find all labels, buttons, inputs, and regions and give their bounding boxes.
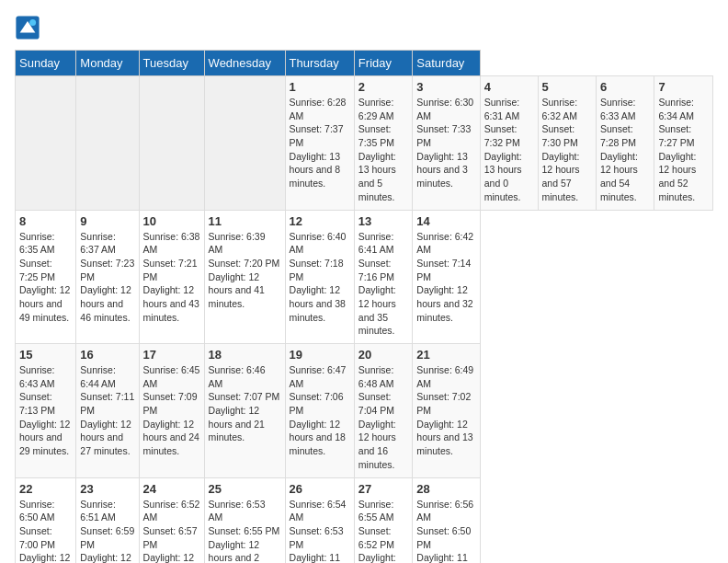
cell-info: Sunrise: 6:47 AMSunset: 7:06 PMDaylight:…	[290, 364, 347, 456]
calendar-cell: 23 Sunrise: 6:51 AMSunset: 6:59 PMDaylig…	[76, 477, 139, 563]
day-number: 10	[143, 214, 200, 228]
day-number: 21	[416, 348, 475, 362]
day-number: 23	[80, 482, 134, 496]
day-number: 1	[290, 80, 350, 94]
calendar-cell: 9 Sunrise: 6:37 AMSunset: 7:23 PMDayligh…	[76, 210, 139, 344]
day-number: 8	[19, 214, 72, 228]
cell-info: Sunrise: 6:41 AMSunset: 7:16 PMDaylight:…	[358, 231, 396, 337]
calendar-cell	[16, 76, 76, 211]
day-number: 18	[209, 348, 281, 362]
day-number: 15	[19, 348, 72, 362]
cell-info: Sunrise: 6:35 AMSunset: 7:25 PMDaylight:…	[19, 231, 70, 323]
logo-icon	[15, 15, 40, 40]
cell-info: Sunrise: 6:33 AMSunset: 7:28 PMDaylight:…	[600, 97, 638, 202]
cell-info: Sunrise: 6:32 AMSunset: 7:30 PMDaylight:…	[542, 97, 580, 202]
cell-info: Sunrise: 6:55 AMSunset: 6:52 PMDaylight:…	[358, 499, 396, 564]
calendar-cell	[139, 76, 204, 211]
day-number: 7	[658, 80, 709, 94]
day-number: 9	[80, 214, 134, 228]
day-number: 17	[143, 348, 200, 362]
calendar-cell: 27 Sunrise: 6:55 AMSunset: 6:52 PMDaylig…	[354, 477, 412, 563]
cell-info: Sunrise: 6:42 AMSunset: 7:14 PMDaylight:…	[416, 231, 473, 323]
day-number: 28	[416, 482, 475, 496]
cell-info: Sunrise: 6:30 AMSunset: 7:33 PMDaylight:…	[416, 97, 473, 189]
day-number: 27	[358, 482, 408, 496]
day-number: 11	[209, 214, 281, 228]
calendar-cell	[76, 76, 139, 211]
calendar-cell: 26 Sunrise: 6:54 AMSunset: 6:53 PMDaylig…	[285, 477, 354, 563]
day-number: 5	[542, 80, 592, 94]
calendar-cell: 14 Sunrise: 6:42 AMSunset: 7:14 PMDaylig…	[413, 210, 480, 344]
calendar-cell: 25 Sunrise: 6:53 AMSunset: 6:55 PMDaylig…	[204, 477, 285, 563]
cell-info: Sunrise: 6:29 AMSunset: 7:35 PMDaylight:…	[358, 97, 396, 202]
weekday-header: Monday	[76, 51, 139, 76]
calendar-cell: 10 Sunrise: 6:38 AMSunset: 7:21 PMDaylig…	[139, 210, 204, 344]
calendar-cell: 1 Sunrise: 6:28 AMSunset: 7:37 PMDayligh…	[285, 76, 354, 211]
calendar-cell: 24 Sunrise: 6:52 AMSunset: 6:57 PMDaylig…	[139, 477, 204, 563]
weekday-header: Wednesday	[204, 51, 285, 76]
calendar-header-row: SundayMondayTuesdayWednesdayThursdayFrid…	[16, 51, 713, 76]
day-number: 19	[290, 348, 350, 362]
calendar-cell: 19 Sunrise: 6:47 AMSunset: 7:06 PMDaylig…	[285, 344, 354, 478]
calendar-cell: 16 Sunrise: 6:44 AMSunset: 7:11 PMDaylig…	[76, 344, 139, 478]
cell-info: Sunrise: 6:40 AMSunset: 7:18 PMDaylight:…	[290, 231, 347, 323]
cell-info: Sunrise: 6:38 AMSunset: 7:21 PMDaylight:…	[143, 231, 200, 323]
calendar-cell: 6 Sunrise: 6:33 AMSunset: 7:28 PMDayligh…	[597, 76, 654, 211]
day-number: 26	[290, 482, 350, 496]
calendar-cell: 3 Sunrise: 6:30 AMSunset: 7:33 PMDayligh…	[413, 76, 480, 211]
calendar-cell: 8 Sunrise: 6:35 AMSunset: 7:25 PMDayligh…	[16, 210, 76, 344]
weekday-header: Friday	[354, 51, 412, 76]
calendar-cell: 21 Sunrise: 6:49 AMSunset: 7:02 PMDaylig…	[413, 344, 480, 478]
cell-info: Sunrise: 6:37 AMSunset: 7:23 PMDaylight:…	[80, 231, 134, 323]
svg-point-2	[29, 19, 36, 26]
calendar-week-row: 15 Sunrise: 6:43 AMSunset: 7:13 PMDaylig…	[16, 344, 713, 478]
day-number: 2	[358, 80, 408, 94]
calendar-cell: 7 Sunrise: 6:34 AMSunset: 7:27 PMDayligh…	[654, 76, 713, 211]
day-number: 13	[358, 214, 408, 228]
day-number: 20	[358, 348, 408, 362]
cell-info: Sunrise: 6:53 AMSunset: 6:55 PMDaylight:…	[209, 499, 280, 564]
calendar-table: SundayMondayTuesdayWednesdayThursdayFrid…	[15, 50, 713, 563]
calendar-cell: 17 Sunrise: 6:45 AMSunset: 7:09 PMDaylig…	[139, 344, 204, 478]
day-number: 16	[80, 348, 134, 362]
calendar-cell	[204, 76, 285, 211]
day-number: 25	[209, 482, 281, 496]
weekday-header: Tuesday	[139, 51, 204, 76]
calendar-cell: 13 Sunrise: 6:41 AMSunset: 7:16 PMDaylig…	[354, 210, 412, 344]
cell-info: Sunrise: 6:49 AMSunset: 7:02 PMDaylight:…	[416, 364, 473, 456]
day-number: 6	[600, 80, 650, 94]
calendar-week-row: 8 Sunrise: 6:35 AMSunset: 7:25 PMDayligh…	[16, 210, 713, 344]
calendar-cell: 2 Sunrise: 6:29 AMSunset: 7:35 PMDayligh…	[354, 76, 412, 211]
calendar-cell: 12 Sunrise: 6:40 AMSunset: 7:18 PMDaylig…	[285, 210, 354, 344]
day-number: 3	[416, 80, 475, 94]
calendar-week-row: 1 Sunrise: 6:28 AMSunset: 7:37 PMDayligh…	[16, 76, 713, 211]
cell-info: Sunrise: 6:54 AMSunset: 6:53 PMDaylight:…	[290, 499, 347, 564]
cell-info: Sunrise: 6:28 AMSunset: 7:37 PMDaylight:…	[290, 97, 347, 189]
calendar-cell: 4 Sunrise: 6:31 AMSunset: 7:32 PMDayligh…	[480, 76, 538, 211]
day-number: 12	[290, 214, 350, 228]
calendar-cell: 15 Sunrise: 6:43 AMSunset: 7:13 PMDaylig…	[16, 344, 76, 478]
weekday-header: Saturday	[413, 51, 480, 76]
day-number: 4	[484, 80, 534, 94]
cell-info: Sunrise: 6:46 AMSunset: 7:07 PMDaylight:…	[209, 364, 280, 442]
cell-info: Sunrise: 6:56 AMSunset: 6:50 PMDaylight:…	[416, 499, 473, 564]
page-header	[15, 15, 713, 40]
cell-info: Sunrise: 6:45 AMSunset: 7:09 PMDaylight:…	[143, 364, 200, 456]
cell-info: Sunrise: 6:31 AMSunset: 7:32 PMDaylight:…	[484, 97, 522, 202]
calendar-week-row: 22 Sunrise: 6:50 AMSunset: 7:00 PMDaylig…	[16, 477, 713, 563]
weekday-header: Thursday	[285, 51, 354, 76]
calendar-cell: 18 Sunrise: 6:46 AMSunset: 7:07 PMDaylig…	[204, 344, 285, 478]
calendar-cell: 5 Sunrise: 6:32 AMSunset: 7:30 PMDayligh…	[538, 76, 596, 211]
cell-info: Sunrise: 6:50 AMSunset: 7:00 PMDaylight:…	[19, 499, 70, 564]
calendar-cell: 20 Sunrise: 6:48 AMSunset: 7:04 PMDaylig…	[354, 344, 412, 478]
calendar-cell: 28 Sunrise: 6:56 AMSunset: 6:50 PMDaylig…	[413, 477, 480, 563]
cell-info: Sunrise: 6:43 AMSunset: 7:13 PMDaylight:…	[19, 364, 70, 456]
cell-info: Sunrise: 6:44 AMSunset: 7:11 PMDaylight:…	[80, 364, 134, 456]
calendar-cell: 11 Sunrise: 6:39 AMSunset: 7:20 PMDaylig…	[204, 210, 285, 344]
cell-info: Sunrise: 6:34 AMSunset: 7:27 PMDaylight:…	[658, 97, 696, 202]
day-number: 14	[416, 214, 475, 228]
logo	[15, 15, 44, 40]
calendar-cell: 22 Sunrise: 6:50 AMSunset: 7:00 PMDaylig…	[16, 477, 76, 563]
cell-info: Sunrise: 6:48 AMSunset: 7:04 PMDaylight:…	[358, 364, 396, 470]
cell-info: Sunrise: 6:51 AMSunset: 6:59 PMDaylight:…	[80, 499, 134, 564]
